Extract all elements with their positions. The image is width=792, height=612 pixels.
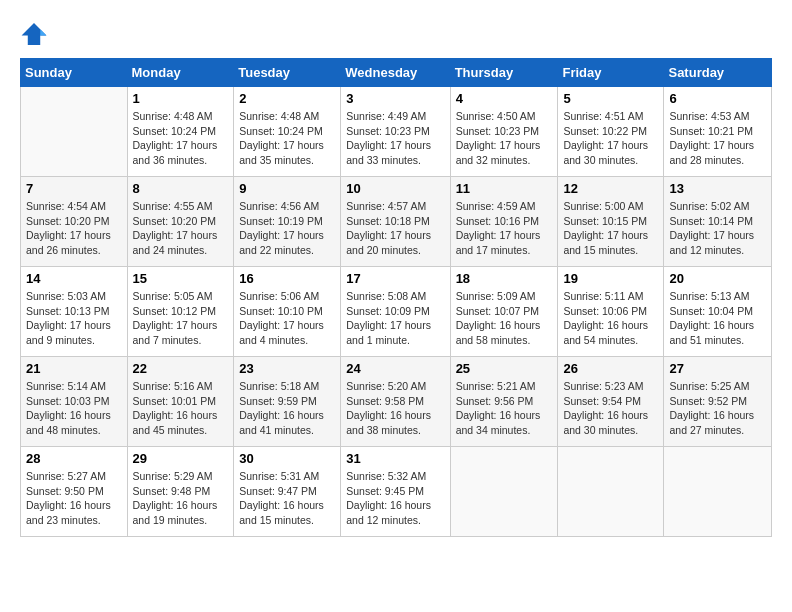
calendar-cell: 28Sunrise: 5:27 AM Sunset: 9:50 PM Dayli… [21, 447, 128, 537]
day-number: 28 [26, 451, 122, 466]
cell-content: Sunrise: 5:18 AM Sunset: 9:59 PM Dayligh… [239, 379, 335, 438]
page-header [20, 20, 772, 48]
day-number: 13 [669, 181, 766, 196]
day-number: 9 [239, 181, 335, 196]
week-row-5: 28Sunrise: 5:27 AM Sunset: 9:50 PM Dayli… [21, 447, 772, 537]
cell-content: Sunrise: 4:50 AM Sunset: 10:23 PM Daylig… [456, 109, 553, 168]
col-header-friday: Friday [558, 59, 664, 87]
calendar-cell: 2Sunrise: 4:48 AM Sunset: 10:24 PM Dayli… [234, 87, 341, 177]
day-number: 1 [133, 91, 229, 106]
day-number: 14 [26, 271, 122, 286]
day-number: 8 [133, 181, 229, 196]
calendar-cell: 23Sunrise: 5:18 AM Sunset: 9:59 PM Dayli… [234, 357, 341, 447]
cell-content: Sunrise: 5:25 AM Sunset: 9:52 PM Dayligh… [669, 379, 766, 438]
cell-content: Sunrise: 4:54 AM Sunset: 10:20 PM Daylig… [26, 199, 122, 258]
cell-content: Sunrise: 5:29 AM Sunset: 9:48 PM Dayligh… [133, 469, 229, 528]
day-number: 30 [239, 451, 335, 466]
day-number: 11 [456, 181, 553, 196]
cell-content: Sunrise: 5:02 AM Sunset: 10:14 PM Daylig… [669, 199, 766, 258]
calendar-cell [558, 447, 664, 537]
day-number: 23 [239, 361, 335, 376]
col-header-tuesday: Tuesday [234, 59, 341, 87]
calendar-cell: 25Sunrise: 5:21 AM Sunset: 9:56 PM Dayli… [450, 357, 558, 447]
calendar-cell: 6Sunrise: 4:53 AM Sunset: 10:21 PM Dayli… [664, 87, 772, 177]
day-number: 27 [669, 361, 766, 376]
calendar-cell: 26Sunrise: 5:23 AM Sunset: 9:54 PM Dayli… [558, 357, 664, 447]
cell-content: Sunrise: 5:27 AM Sunset: 9:50 PM Dayligh… [26, 469, 122, 528]
cell-content: Sunrise: 5:00 AM Sunset: 10:15 PM Daylig… [563, 199, 658, 258]
cell-content: Sunrise: 4:48 AM Sunset: 10:24 PM Daylig… [133, 109, 229, 168]
day-number: 25 [456, 361, 553, 376]
calendar-cell: 27Sunrise: 5:25 AM Sunset: 9:52 PM Dayli… [664, 357, 772, 447]
day-number: 3 [346, 91, 444, 106]
calendar-cell: 10Sunrise: 4:57 AM Sunset: 10:18 PM Dayl… [341, 177, 450, 267]
cell-content: Sunrise: 5:08 AM Sunset: 10:09 PM Daylig… [346, 289, 444, 348]
calendar-cell [21, 87, 128, 177]
cell-content: Sunrise: 5:20 AM Sunset: 9:58 PM Dayligh… [346, 379, 444, 438]
calendar-cell: 1Sunrise: 4:48 AM Sunset: 10:24 PM Dayli… [127, 87, 234, 177]
day-number: 17 [346, 271, 444, 286]
cell-content: Sunrise: 5:09 AM Sunset: 10:07 PM Daylig… [456, 289, 553, 348]
week-row-3: 14Sunrise: 5:03 AM Sunset: 10:13 PM Dayl… [21, 267, 772, 357]
calendar-cell: 17Sunrise: 5:08 AM Sunset: 10:09 PM Dayl… [341, 267, 450, 357]
week-row-2: 7Sunrise: 4:54 AM Sunset: 10:20 PM Dayli… [21, 177, 772, 267]
col-header-sunday: Sunday [21, 59, 128, 87]
header-row: SundayMondayTuesdayWednesdayThursdayFrid… [21, 59, 772, 87]
cell-content: Sunrise: 5:13 AM Sunset: 10:04 PM Daylig… [669, 289, 766, 348]
calendar-cell [450, 447, 558, 537]
day-number: 10 [346, 181, 444, 196]
day-number: 31 [346, 451, 444, 466]
day-number: 2 [239, 91, 335, 106]
cell-content: Sunrise: 5:14 AM Sunset: 10:03 PM Daylig… [26, 379, 122, 438]
day-number: 6 [669, 91, 766, 106]
col-header-monday: Monday [127, 59, 234, 87]
calendar-cell: 8Sunrise: 4:55 AM Sunset: 10:20 PM Dayli… [127, 177, 234, 267]
calendar-cell: 5Sunrise: 4:51 AM Sunset: 10:22 PM Dayli… [558, 87, 664, 177]
cell-content: Sunrise: 5:21 AM Sunset: 9:56 PM Dayligh… [456, 379, 553, 438]
cell-content: Sunrise: 5:11 AM Sunset: 10:06 PM Daylig… [563, 289, 658, 348]
day-number: 22 [133, 361, 229, 376]
calendar-table: SundayMondayTuesdayWednesdayThursdayFrid… [20, 58, 772, 537]
cell-content: Sunrise: 4:55 AM Sunset: 10:20 PM Daylig… [133, 199, 229, 258]
calendar-cell: 31Sunrise: 5:32 AM Sunset: 9:45 PM Dayli… [341, 447, 450, 537]
col-header-thursday: Thursday [450, 59, 558, 87]
day-number: 16 [239, 271, 335, 286]
cell-content: Sunrise: 4:57 AM Sunset: 10:18 PM Daylig… [346, 199, 444, 258]
calendar-cell: 18Sunrise: 5:09 AM Sunset: 10:07 PM Dayl… [450, 267, 558, 357]
cell-content: Sunrise: 5:05 AM Sunset: 10:12 PM Daylig… [133, 289, 229, 348]
day-number: 12 [563, 181, 658, 196]
week-row-4: 21Sunrise: 5:14 AM Sunset: 10:03 PM Dayl… [21, 357, 772, 447]
day-number: 15 [133, 271, 229, 286]
day-number: 5 [563, 91, 658, 106]
calendar-cell: 24Sunrise: 5:20 AM Sunset: 9:58 PM Dayli… [341, 357, 450, 447]
cell-content: Sunrise: 4:56 AM Sunset: 10:19 PM Daylig… [239, 199, 335, 258]
calendar-cell [664, 447, 772, 537]
calendar-cell: 22Sunrise: 5:16 AM Sunset: 10:01 PM Dayl… [127, 357, 234, 447]
calendar-cell: 14Sunrise: 5:03 AM Sunset: 10:13 PM Dayl… [21, 267, 128, 357]
day-number: 24 [346, 361, 444, 376]
day-number: 20 [669, 271, 766, 286]
cell-content: Sunrise: 4:49 AM Sunset: 10:23 PM Daylig… [346, 109, 444, 168]
day-number: 29 [133, 451, 229, 466]
calendar-cell: 9Sunrise: 4:56 AM Sunset: 10:19 PM Dayli… [234, 177, 341, 267]
cell-content: Sunrise: 4:59 AM Sunset: 10:16 PM Daylig… [456, 199, 553, 258]
cell-content: Sunrise: 5:06 AM Sunset: 10:10 PM Daylig… [239, 289, 335, 348]
svg-marker-1 [40, 29, 46, 35]
day-number: 18 [456, 271, 553, 286]
calendar-cell: 29Sunrise: 5:29 AM Sunset: 9:48 PM Dayli… [127, 447, 234, 537]
logo [20, 20, 52, 48]
day-number: 26 [563, 361, 658, 376]
col-header-saturday: Saturday [664, 59, 772, 87]
cell-content: Sunrise: 4:48 AM Sunset: 10:24 PM Daylig… [239, 109, 335, 168]
cell-content: Sunrise: 5:03 AM Sunset: 10:13 PM Daylig… [26, 289, 122, 348]
cell-content: Sunrise: 4:53 AM Sunset: 10:21 PM Daylig… [669, 109, 766, 168]
calendar-cell: 16Sunrise: 5:06 AM Sunset: 10:10 PM Dayl… [234, 267, 341, 357]
cell-content: Sunrise: 5:32 AM Sunset: 9:45 PM Dayligh… [346, 469, 444, 528]
calendar-cell: 11Sunrise: 4:59 AM Sunset: 10:16 PM Dayl… [450, 177, 558, 267]
calendar-cell: 3Sunrise: 4:49 AM Sunset: 10:23 PM Dayli… [341, 87, 450, 177]
calendar-cell: 20Sunrise: 5:13 AM Sunset: 10:04 PM Dayl… [664, 267, 772, 357]
calendar-cell: 21Sunrise: 5:14 AM Sunset: 10:03 PM Dayl… [21, 357, 128, 447]
cell-content: Sunrise: 5:16 AM Sunset: 10:01 PM Daylig… [133, 379, 229, 438]
col-header-wednesday: Wednesday [341, 59, 450, 87]
day-number: 7 [26, 181, 122, 196]
